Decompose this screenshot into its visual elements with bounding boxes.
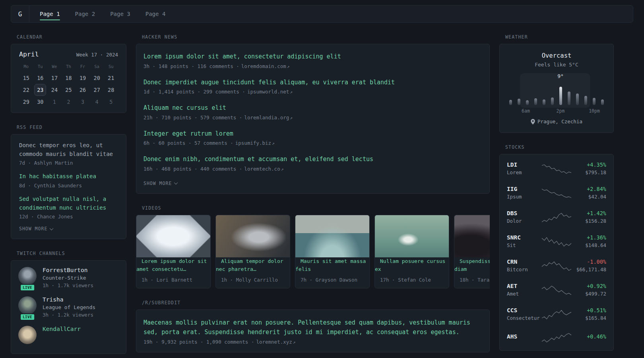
stock-row[interactable]: CRN Bitcorn -1.00% $66,171.48 (506, 253, 607, 278)
rss-item-link[interactable]: In hac habitasse platea (19, 172, 118, 181)
video-thumbnail[interactable] (295, 215, 369, 257)
hn-story-link[interactable]: Lorem ipsum dolor sit amet, consectetur … (144, 52, 482, 61)
page-tab[interactable]: Page 3 (110, 6, 130, 22)
hn-domain-link[interactable]: loremdomain.com (241, 63, 290, 69)
stock-row[interactable]: DBS Dolor +1.42% $156.28 (506, 205, 607, 229)
rss-show-more-button[interactable]: SHOW MORE (19, 226, 53, 232)
app-logo[interactable]: G (11, 6, 29, 22)
video-card[interactable]: Lorem ipsum dolor sit amet consectetu… 1… (136, 215, 211, 288)
page-tab[interactable]: Page 1 (40, 6, 60, 22)
weather-widget-label: WEATHER (505, 34, 614, 40)
hn-story-link[interactable]: Aliquam nec cursus elit (144, 103, 482, 113)
weather-condition: Overcast (507, 52, 606, 59)
stock-row[interactable]: CCS Consectetur +0.51% $165.84 (506, 302, 607, 326)
chevron-down-icon (50, 226, 54, 230)
hn-story: Aliquam nec cursus elit 21h · 710 points… (144, 103, 482, 121)
video-card[interactable]: Suspendisse interdum diam 18h · Tara (454, 215, 490, 288)
stock-id: DBS Dolor (507, 210, 541, 224)
avatar[interactable] (18, 326, 37, 344)
stock-row[interactable]: AHS +0.46% (506, 326, 607, 348)
hour-label: 10pm (589, 108, 600, 114)
page-tab[interactable]: Page 4 (145, 6, 166, 22)
stock-row[interactable]: IIG Ipsum +2.84% $42.04 (506, 181, 607, 205)
video-thumbnail[interactable] (454, 215, 490, 257)
calendar-widget-label: CALENDAR (17, 34, 126, 40)
day-of-week-label: Sa (90, 62, 104, 72)
twitch-channel-name[interactable]: KendallCarr (43, 326, 81, 332)
avatar[interactable] (18, 267, 37, 285)
weather-bar (526, 100, 529, 105)
hn-domain-link[interactable]: loremtech.co (244, 166, 283, 172)
twitch-channel-game: League of Legends (43, 304, 95, 310)
video-title-link[interactable]: Lorem ipsum dolor sit amet consectetu… (136, 253, 207, 272)
reddit-post-meta: 19h · 9,932 points · 1,090 comments · lo… (144, 339, 482, 345)
stock-price: $66,171.48 (572, 267, 606, 272)
calendar-day: 29 (19, 96, 33, 108)
day-of-week-label: Fr (76, 62, 90, 72)
twitch-channel-row[interactable]: LIVE ForrestBurton Counter-Strike 1h · 1… (18, 267, 119, 288)
calendar-day: 17 (47, 72, 62, 84)
video-title-link[interactable]: Mauris sit amet massa felis (295, 253, 366, 272)
video-thumbnail[interactable] (216, 215, 290, 257)
weather-bar (576, 93, 579, 105)
weather-bar (534, 98, 537, 105)
weather-location-text: Prague, Czechia (537, 119, 582, 125)
twitch-channel-name[interactable]: Trisha (43, 296, 63, 303)
calendar-day: 22 (19, 84, 33, 96)
hn-story-link[interactable]: Donec enim nibh, condimentum et accumsan… (144, 155, 482, 164)
calendar-day: 5 (104, 96, 118, 108)
reddit-domain-link[interactable]: loremnet.xyz (256, 339, 295, 345)
stock-change: +4.35% (572, 161, 606, 168)
reddit-meta-text: 19h · 9,932 points · 1,090 comments · (144, 339, 254, 345)
avatar[interactable] (18, 296, 37, 315)
stock-name: Lorem (507, 169, 541, 175)
stock-name: Sit (507, 242, 541, 248)
stock-sparkline (541, 331, 572, 343)
video-card[interactable]: Mauris sit amet massa felis 7h · Grayson… (295, 215, 370, 288)
stock-sparkline (541, 308, 572, 320)
stock-price: $42.04 (572, 194, 606, 200)
video-thumbnail[interactable] (136, 215, 210, 257)
video-card[interactable]: Aliquam tempor dolor nec pharetra… 1h · … (215, 215, 290, 288)
hn-show-more-button[interactable]: SHOW MORE (144, 181, 177, 186)
stocks-widget: LDI Lorem +4.35% $795.18 IIG Ipsum (499, 154, 614, 351)
weather-widget: Overcast Feels like 5°C 9° 6am 2pm 10pm … (499, 44, 614, 133)
hn-story-link[interactable]: Donec imperdiet augue tincidunt felis al… (144, 78, 482, 87)
twitch-channel-row[interactable]: LIVE Trisha League of Legends 3h · 1.2k … (18, 296, 119, 318)
calendar-day: 27 (90, 84, 104, 96)
calendar-header: April Week 17 · 2024 (19, 51, 118, 58)
rss-widget: Donec tempor eros leo, ut commodo mauris… (11, 134, 126, 239)
stock-row[interactable]: SNRC Sit +1.36% $148.64 (506, 229, 607, 253)
stock-row[interactable]: AET Amet +0.92% $499.72 (506, 278, 607, 302)
stock-change: +0.51% (572, 307, 606, 313)
stock-symbol: AHS (507, 333, 541, 340)
stock-row[interactable]: LDI Lorem +4.35% $795.18 (506, 156, 607, 181)
video-title-link[interactable]: Suspendisse interdum diam (454, 253, 490, 272)
video-title-link[interactable]: Nullam posuere cursus ex (375, 253, 445, 272)
video-card[interactable]: Nullam posuere cursus ex 17h · Stefan Co… (374, 215, 449, 288)
hn-story-link[interactable]: Integer eget rutrum lorem (144, 129, 482, 138)
hacker-news-widget-label: HACKER NEWS (142, 34, 490, 40)
reddit-post-link[interactable]: Maecenas mollis pulvinar erat non posuer… (144, 318, 482, 337)
page-tab[interactable]: Page 2 (75, 6, 95, 22)
twitch-channel-list: LIVE ForrestBurton Counter-Strike 1h · 1… (18, 267, 119, 344)
rss-item-link[interactable]: Donec tempor eros leo, ut commodo mauris… (19, 141, 118, 158)
hn-story-meta: 6h · 60 points · 57 comments · ipsumify.… (144, 140, 482, 146)
stock-price: $165.84 (572, 315, 606, 321)
video-meta: 1h · Molly Carrillo (216, 273, 290, 288)
stock-change: +2.84% (572, 186, 606, 192)
page-tabs: Page 1 Page 2 Page 3 Page 4 (40, 6, 165, 22)
hn-domain-link[interactable]: ipsumworld.net (247, 89, 293, 95)
rss-item-link[interactable]: Sed volutpat nulla nisl, a condimentum n… (19, 195, 118, 212)
twitch-channel-row[interactable]: KendallCarr (18, 326, 119, 344)
twitch-channel-name[interactable]: ForrestBurton (43, 267, 88, 273)
hn-domain-link[interactable]: ipsumify.biz (235, 140, 275, 146)
calendar-day: 24 (47, 84, 62, 96)
subreddit-widget-label: /R/SUBREDDIT (142, 300, 490, 305)
video-title-link[interactable]: Aliquam tempor dolor nec pharetra… (216, 253, 283, 272)
hn-domain-link[interactable]: loremlandia.org (244, 115, 293, 121)
stock-sparkline (541, 260, 572, 272)
stock-price: $795.18 (572, 169, 606, 175)
calendar-week-year: Week 17 · 2024 (76, 52, 118, 58)
video-thumbnail[interactable] (375, 215, 449, 257)
